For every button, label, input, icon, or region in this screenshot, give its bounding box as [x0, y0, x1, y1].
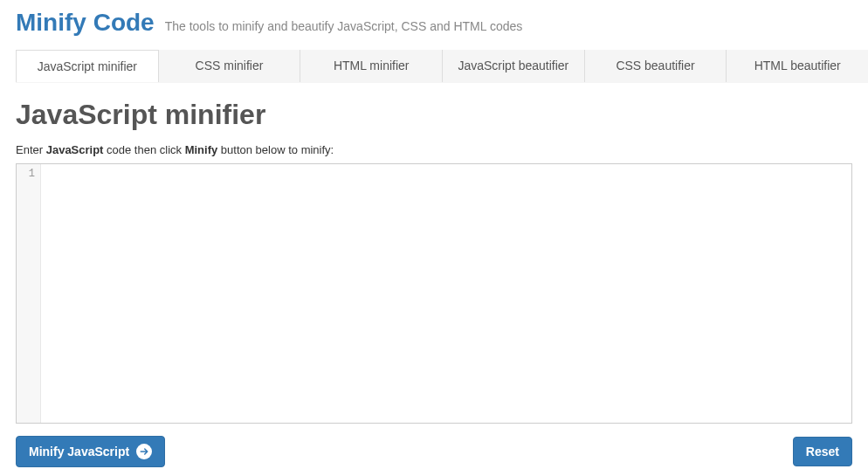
- header: Minify Code The tools to minify and beau…: [0, 0, 868, 50]
- tab-css-minifier[interactable]: CSS minifier: [159, 50, 301, 82]
- tab-javascript-minifier[interactable]: JavaScript minifier: [16, 50, 159, 82]
- instructions-action: Minify: [185, 143, 218, 156]
- arrow-right-icon: [136, 444, 152, 459]
- main-content: JavaScript minifier Enter JavaScript cod…: [0, 83, 868, 467]
- instructions-suffix: button below to minify:: [217, 143, 334, 156]
- tab-html-beautifier[interactable]: HTML beautifier: [727, 50, 868, 82]
- site-logo[interactable]: Minify Code: [16, 9, 155, 37]
- reset-button[interactable]: Reset: [793, 437, 852, 466]
- tab-javascript-beautifier[interactable]: JavaScript beautifier: [443, 50, 585, 82]
- tool-tabs: JavaScript minifier CSS minifier HTML mi…: [16, 50, 868, 83]
- page-title: JavaScript minifier: [16, 99, 852, 131]
- gutter-line-number: 1: [17, 168, 35, 180]
- minify-button-label: Minify JavaScript: [29, 445, 129, 459]
- instructions-text: Enter JavaScript code then click Minify …: [16, 143, 852, 156]
- tab-html-minifier[interactable]: HTML minifier: [300, 50, 443, 82]
- instructions-prefix: Enter: [16, 143, 46, 156]
- code-input[interactable]: [41, 164, 851, 423]
- site-tagline: The tools to minify and beautify JavaScr…: [165, 19, 523, 33]
- instructions-lang: JavaScript: [46, 143, 104, 156]
- button-row: Minify JavaScript Reset: [16, 436, 852, 467]
- minify-button[interactable]: Minify JavaScript: [16, 436, 165, 467]
- instructions-mid: code then click: [103, 143, 184, 156]
- editor-gutter: 1: [17, 164, 41, 423]
- reset-button-label: Reset: [806, 445, 839, 459]
- code-editor: 1: [16, 163, 852, 424]
- tab-css-beautifier[interactable]: CSS beautifier: [585, 50, 727, 82]
